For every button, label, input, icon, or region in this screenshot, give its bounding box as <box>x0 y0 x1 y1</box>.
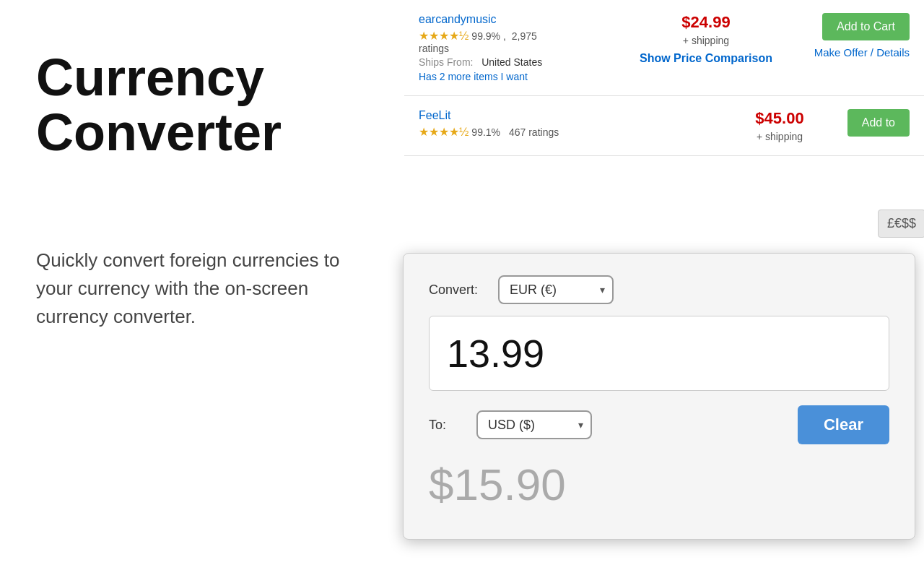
make-offer-btn-1[interactable]: Make Offer / Details <box>814 46 910 59</box>
clear-button[interactable]: Clear <box>798 405 889 444</box>
from-currency-select[interactable]: EUR (€) USD ($) GBP (£) JPY (¥) CAD ($) … <box>498 275 614 304</box>
listing-2-info: FeeLit ★★★★½ 99.1% 467 ratings <box>419 109 722 139</box>
shipping-1: + shipping <box>640 35 772 46</box>
rating-count-2: 467 ratings <box>509 126 559 138</box>
listing-row-2: FeeLit ★★★★½ 99.1% 467 ratings $45.00 + … <box>404 96 924 156</box>
title-line2: Converter <box>36 103 282 161</box>
title-line1: Currency <box>36 48 264 106</box>
seller-rating-2: ★★★★½ 99.1% 467 ratings <box>419 125 722 139</box>
ships-label-1: Ships From: <box>419 56 473 68</box>
rating-pct-2: 99.1% <box>471 126 500 138</box>
rating-pct-1: 99.9% <box>471 30 500 42</box>
to-label: To: <box>429 418 465 433</box>
listing-row-1: earcandymusic ★★★★½ 99.9%, 2,975 ratings… <box>404 0 924 96</box>
show-price-btn-1[interactable]: Show Price Comparison <box>640 52 772 65</box>
more-items-1[interactable]: Has 2 more items I want <box>419 71 632 82</box>
listing-2-price: $45.00 + shipping <box>722 109 837 142</box>
ships-country-1: United States <box>481 56 542 68</box>
rating-label-1: ratings <box>419 43 632 54</box>
to-row: To: USD ($) EUR (€) GBP (£) JPY (¥) CAD … <box>429 405 889 444</box>
app-title: Currency Converter <box>36 51 368 160</box>
app-description: Quickly convert foreign currencies to yo… <box>36 246 368 331</box>
listing-1-info: earcandymusic ★★★★½ 99.9%, 2,975 ratings… <box>419 13 632 82</box>
stars-1: ★★★★½ <box>419 29 468 43</box>
result-amount: $15.90 <box>429 459 889 510</box>
add-to-cart-btn-1[interactable]: Add to Cart <box>822 13 910 40</box>
shipping-2: + shipping <box>729 131 830 142</box>
add-to-cart-btn-2[interactable]: Add to <box>847 109 910 137</box>
listing-1-price: $24.99 + shipping Show Price Comparison <box>632 13 780 65</box>
listing-1-actions: Add to Cart Make Offer / Details <box>780 13 910 59</box>
to-currency-select[interactable]: USD ($) EUR (€) GBP (£) JPY (¥) CAD ($) … <box>476 410 592 439</box>
listing-2-actions: Add to <box>837 109 910 137</box>
ships-from-1: Ships From: United States <box>419 56 632 68</box>
price-1: $24.99 <box>640 13 772 32</box>
seller-name-2[interactable]: FeeLit <box>419 109 450 121</box>
amount-input[interactable] <box>429 316 889 391</box>
convert-label: Convert: <box>429 282 487 298</box>
stars-2: ★★★★½ <box>419 125 468 139</box>
left-panel: Currency Converter Quickly convert forei… <box>0 0 404 578</box>
price-2: $45.00 <box>729 109 830 128</box>
rating-count-1: 2,975 <box>512 30 537 42</box>
converter-widget: Convert: EUR (€) USD ($) GBP (£) JPY (¥)… <box>403 253 915 540</box>
convert-row: Convert: EUR (€) USD ($) GBP (£) JPY (¥)… <box>429 275 889 304</box>
seller-rating-1: ★★★★½ 99.9%, 2,975 <box>419 29 632 43</box>
currency-badge: £€$$ <box>878 210 924 238</box>
seller-name-1[interactable]: earcandymusic <box>419 13 497 25</box>
from-currency-wrapper: EUR (€) USD ($) GBP (£) JPY (¥) CAD ($) … <box>498 275 614 304</box>
to-currency-wrapper: USD ($) EUR (€) GBP (£) JPY (¥) CAD ($) … <box>476 410 592 439</box>
